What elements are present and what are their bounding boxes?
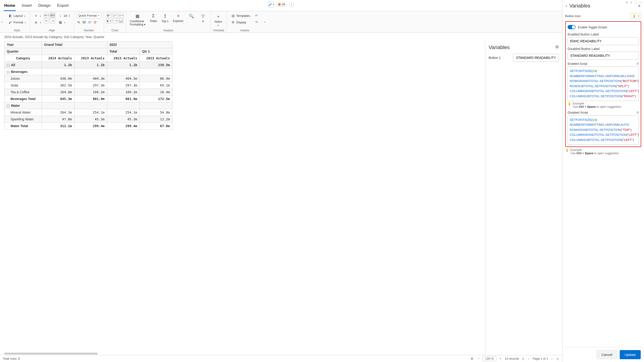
percent-button[interactable]: %	[76, 20, 81, 24]
back-icon[interactable]: ‹	[566, 4, 567, 8]
zoom-out-button[interactable]: −	[477, 356, 480, 361]
collapse-icon[interactable]: −	[7, 64, 10, 67]
outdent-button[interactable]: ⇤	[44, 18, 49, 23]
pin-icon[interactable]: ⚲	[626, 1, 628, 4]
totals-button[interactable]: ΣTotals	[148, 12, 158, 24]
border-button[interactable]: ▦	[56, 19, 71, 25]
enabled-script-label: Enabled Script	[568, 62, 588, 66]
remove-chart-button[interactable]: ▭	[118, 12, 124, 18]
disabled-script-editor[interactable]: SETFONTSIZE(14) NUMBERFORMATTING.UNIFORM…	[568, 115, 639, 145]
variable-button-1[interactable]: STANDARD READABILITY	[513, 54, 559, 62]
disabled-script-label: Disabled Script	[568, 111, 588, 114]
prev-page-button[interactable]: ‹	[528, 356, 530, 361]
variance-chart-button[interactable]: ◐	[106, 18, 112, 23]
enabled-button-input[interactable]	[568, 37, 639, 45]
enabled-button-label: Enabled Button Label	[568, 32, 639, 36]
status-bar: Total rows: 8 ⚙ − 100 % + 10 records |‹ …	[0, 355, 562, 362]
bulb-icon: 💡	[632, 14, 636, 18]
ribbon-group-analyze: ▦ConditionalFormatting ▾ ΣTotals ↥Top n …	[126, 11, 211, 32]
button-icon-select[interactable]: 💡▾	[630, 13, 641, 19]
bulb-icon: 💡	[568, 102, 571, 106]
expand-icon[interactable]: ⛶	[634, 1, 637, 4]
group-label-number: Number	[76, 28, 102, 32]
topn-button[interactable]: ↥Top n	[160, 12, 170, 24]
window-controls: ⚲ ≡ ⛶ ⋯	[626, 1, 642, 4]
variable-name: Button 1	[488, 56, 501, 60]
stacked-chart-button[interactable]: ▯	[112, 12, 118, 18]
disabled-button-input[interactable]	[568, 52, 639, 60]
col-grand-total: Grand Total	[42, 41, 107, 48]
notes-button[interactable]: ＋Notes▾	[213, 12, 224, 28]
search-button[interactable]: 🔍	[186, 12, 196, 20]
script-hint-2: 💡 Example :Use Ctrl + Space to open sugg…	[565, 148, 641, 155]
zoom-value[interactable]: 100 %	[482, 356, 496, 361]
group-label-style: Style	[6, 28, 27, 32]
wrap-text-button[interactable]: ab↵	[50, 12, 55, 18]
collapse-icon[interactable]: −	[7, 105, 10, 108]
autorun-toggle[interactable]: Off	[276, 2, 287, 6]
records-label: 10 records	[505, 357, 519, 360]
cancel-button[interactable]: Cancel	[596, 350, 617, 359]
align-left-button[interactable]: ≡	[32, 12, 42, 19]
ribbon-group-chart: ▮ ▯ ▭ ◐ 〰 1.2 Chart	[104, 11, 126, 32]
bar-chart-button[interactable]: ▮	[106, 12, 112, 18]
align-center-button[interactable]: ≣	[32, 19, 42, 25]
more-icon[interactable]: ⋯	[639, 1, 642, 4]
enable-toggle-switch[interactable]	[568, 25, 576, 29]
update-button[interactable]: Update	[620, 350, 641, 359]
enabled-script-editor[interactable]: SETFONTSIZE(24) NUMBERFORMATTING.UNIFORM…	[568, 66, 639, 101]
group-label-actions: Actions	[229, 28, 260, 32]
font-style-ab-button[interactable]: ab	[44, 12, 49, 18]
redo-button[interactable]: ↷	[253, 19, 260, 25]
tab-design[interactable]: Design	[38, 2, 51, 11]
explorer-button[interactable]: ⌖Explorer	[172, 12, 185, 24]
tab-export[interactable]: Export	[57, 2, 69, 11]
ribbon-group-align: ≡ ≣ ab ab↵ ⇤ ⇥ ↕18 ▲▼ ▦ Align	[30, 11, 74, 32]
filter-icon[interactable]: ≡	[630, 1, 632, 4]
quick-format-select[interactable]: Quick Format▾	[76, 12, 102, 18]
format-button[interactable]: 🖌Format	[6, 19, 27, 25]
undo-button[interactable]: ↶	[253, 12, 260, 19]
info-icon[interactable]: i	[289, 2, 294, 7]
line-chart-button[interactable]: 〰	[112, 18, 118, 23]
col-2023-actuals-gt: 2023 Actuals	[74, 55, 107, 62]
tab-home[interactable]: Home	[4, 2, 16, 11]
toggle-scripts-section: Enable Toggle Scripts Enabled Button Lab…	[565, 21, 641, 147]
document-title: 2024 Actuals, 2023 Actuals by Category, …	[0, 33, 562, 41]
ribbon-nav-right[interactable]: ›	[263, 11, 267, 32]
horizontal-scrollbar[interactable]	[4, 353, 485, 355]
filter-button[interactable]: ▽▾	[198, 12, 208, 24]
tab-insert[interactable]: Insert	[21, 2, 32, 11]
revert-icon[interactable]: ↺	[636, 62, 639, 66]
zoom-in-button[interactable]: +	[499, 356, 502, 361]
decrease-decimal-button[interactable]: .0⁻	[93, 20, 98, 24]
col-quarter: Quarter	[4, 48, 42, 55]
script-hint-1: 💡 Example :Use Ctrl + Space to open sugg…	[568, 102, 639, 108]
ribbon-group-annotate: ＋Notes▾ Annotate	[211, 11, 227, 32]
row-height-button[interactable]: ↕18 ▲▼	[56, 12, 71, 19]
conditional-formatting-button[interactable]: ▦ConditionalFormatting ▾	[128, 12, 147, 27]
close-icon[interactable]: ✕	[638, 4, 641, 8]
report-table-area: Year Grand Total 2023 Quarter Total Qtr …	[0, 41, 485, 355]
col-2023-actuals-q1: 2023 Actuals	[140, 55, 172, 62]
ribbon-nav-left[interactable]: ‹	[0, 11, 4, 32]
ribbon-group-style: ◧Layout 🖌Format Style	[4, 11, 30, 32]
edit-mode-button[interactable]	[268, 2, 274, 8]
next-page-button[interactable]: ›	[550, 356, 553, 361]
group-label-chart: Chart	[106, 28, 124, 32]
revert-icon[interactable]: ↺	[636, 111, 639, 114]
first-page-button[interactable]: |‹	[521, 356, 525, 361]
ribbon-group-actions: ▤Templates ⚙Display ↶ ↷ Actions	[227, 11, 263, 32]
row-juices: Juices438.0m404.3m404.3m86.9m	[4, 75, 172, 82]
increase-decimal-button[interactable]: .0⁺	[88, 20, 92, 24]
currency-button[interactable]: $€	[82, 20, 87, 24]
scale-button[interactable]: 1.2	[118, 18, 124, 23]
settings-icon[interactable]: ⚙	[470, 356, 474, 361]
layout-button[interactable]: ◧Layout	[6, 12, 27, 19]
indent-button[interactable]: ⇥	[50, 18, 55, 23]
collapse-icon[interactable]: −	[7, 71, 10, 74]
display-button[interactable]: ⚙Display	[229, 19, 252, 25]
templates-button[interactable]: ▤Templates	[229, 12, 252, 19]
gear-icon[interactable]: ⚙	[555, 44, 559, 50]
last-page-button[interactable]: ›|	[556, 356, 560, 361]
